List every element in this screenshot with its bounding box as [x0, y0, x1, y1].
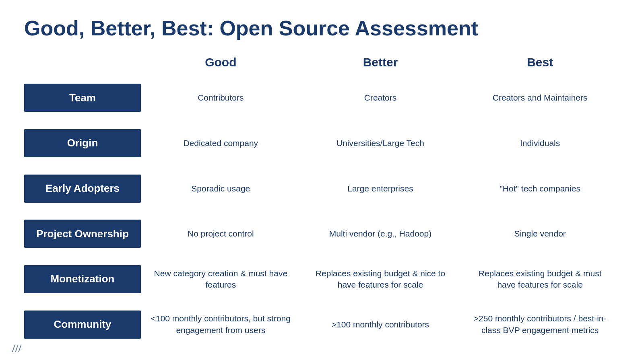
row-good-1: Dedicated company: [141, 134, 301, 152]
header-better: Better: [301, 52, 460, 72]
row-best-3: Single vendor: [460, 225, 620, 243]
row-good-2: Sporadic usage: [141, 180, 301, 197]
table-row: Early Adopters Sporadic usage Large ente…: [24, 167, 620, 210]
row-better-5: >100 monthly contributors: [301, 316, 460, 333]
table-row: Monetization New category creation & mus…: [24, 258, 620, 301]
row-better-3: Multi vendor (e.g., Hadoop): [301, 225, 460, 243]
page: Good, Better, Best: Open Source Assessme…: [0, 0, 644, 362]
row-label-1: Origin: [24, 129, 141, 157]
table-row: Project Ownership No project control Mul…: [24, 212, 620, 255]
row-label-3: Project Ownership: [24, 220, 141, 248]
row-best-2: "Hot" tech companies: [460, 180, 620, 197]
row-label-0: Team: [24, 84, 141, 112]
row-good-3: No project control: [141, 225, 301, 243]
row-better-4: Replaces existing budget & nice to have …: [301, 265, 460, 294]
table-row: Team Contributors Creators Creators and …: [24, 76, 620, 119]
assessment-table: Good Better Best Team Contributors Creat…: [24, 52, 620, 346]
table-header: Good Better Best: [24, 52, 620, 72]
row-best-5: >250 monthly contributors / best-in-clas…: [460, 310, 620, 339]
row-label-4: Monetization: [24, 265, 141, 293]
row-best-1: Individuals: [460, 134, 620, 152]
header-best: Best: [460, 52, 620, 72]
header-good: Good: [141, 52, 301, 72]
row-label-2: Early Adopters: [24, 175, 141, 203]
row-best-4: Replaces existing budget & must have fea…: [460, 265, 620, 294]
row-better-2: Large enterprises: [301, 180, 460, 197]
row-good-4: New category creation & must have featur…: [141, 265, 301, 294]
table-row: Community <100 monthly contributors, but…: [24, 303, 620, 346]
page-title: Good, Better, Best: Open Source Assessme…: [24, 16, 620, 40]
row-label-5: Community: [24, 311, 141, 339]
table-row: Origin Dedicated company Universities/La…: [24, 122, 620, 165]
row-best-0: Creators and Maintainers: [460, 89, 620, 107]
header-empty: [24, 52, 141, 72]
row-good-0: Contributors: [141, 89, 301, 107]
row-good-5: <100 monthly contributors, but strong en…: [141, 310, 301, 339]
row-better-0: Creators: [301, 89, 460, 107]
table-body: Team Contributors Creators Creators and …: [24, 76, 620, 346]
row-better-1: Universities/Large Tech: [301, 134, 460, 152]
watermark-icon: ///: [12, 342, 21, 355]
